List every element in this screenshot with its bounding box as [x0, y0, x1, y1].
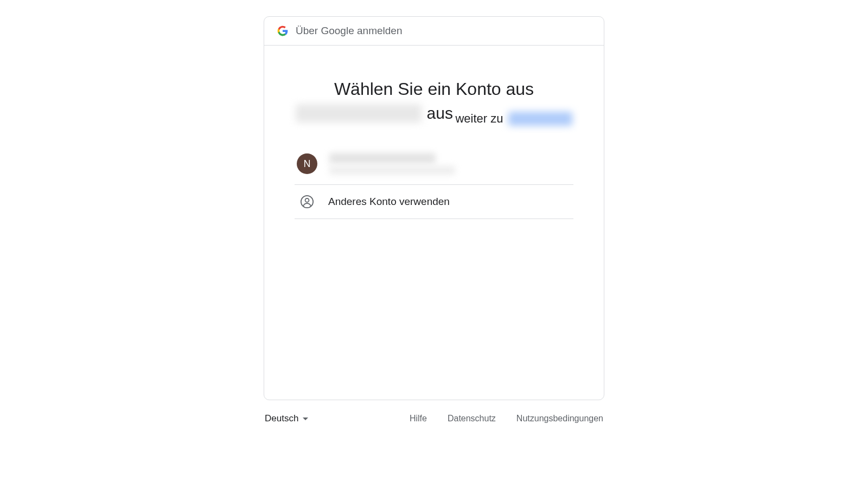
language-select[interactable]: Deutsch [265, 413, 308, 424]
redacted-account-name [329, 153, 436, 164]
avatar: N [297, 153, 317, 174]
page-subtitle-suffix: aus [427, 102, 453, 125]
card-header: Über Google anmelden [264, 17, 604, 46]
signin-card: Über Google anmelden Wählen Sie ein Kont… [264, 16, 604, 400]
page-subtitle: aus [296, 102, 453, 125]
use-other-account-row[interactable]: Anderes Konto verwenden [295, 185, 573, 219]
footer-links: Hilfe Datenschutz Nutzungsbedingungen [410, 414, 603, 423]
page-title: Wählen Sie ein Konto aus [295, 78, 573, 100]
language-label: Deutsch [265, 413, 298, 424]
google-logo-icon [277, 25, 288, 36]
privacy-link[interactable]: Datenschutz [448, 414, 496, 423]
use-other-account-label: Anderes Konto verwenden [328, 196, 450, 208]
avatar-initial: N [304, 158, 311, 170]
account-list: N Anderes Konto ver [295, 150, 573, 219]
continue-to-line: weiter zu [455, 112, 572, 126]
redacted-app-name [508, 112, 572, 126]
svg-point-1 [305, 198, 309, 202]
help-link[interactable]: Hilfe [410, 414, 427, 423]
footer: Deutsch Hilfe Datenschutz Nutzungsbeding… [264, 413, 604, 439]
card-body: Wählen Sie ein Konto aus aus weiter zu N [264, 46, 604, 400]
heading-block: Wählen Sie ein Konto aus aus weiter zu [295, 78, 573, 126]
redacted-account-email [329, 166, 455, 175]
redacted-domain [296, 104, 422, 123]
chevron-down-icon [303, 418, 308, 420]
account-row[interactable]: N [295, 150, 573, 185]
person-icon [300, 195, 314, 209]
continue-to-prefix: weiter zu [455, 112, 503, 126]
header-title: Über Google anmelden [296, 25, 402, 37]
account-text [329, 153, 455, 175]
page: Über Google anmelden Wählen Sie ein Kont… [0, 0, 868, 488]
terms-link[interactable]: Nutzungsbedingungen [516, 414, 603, 423]
